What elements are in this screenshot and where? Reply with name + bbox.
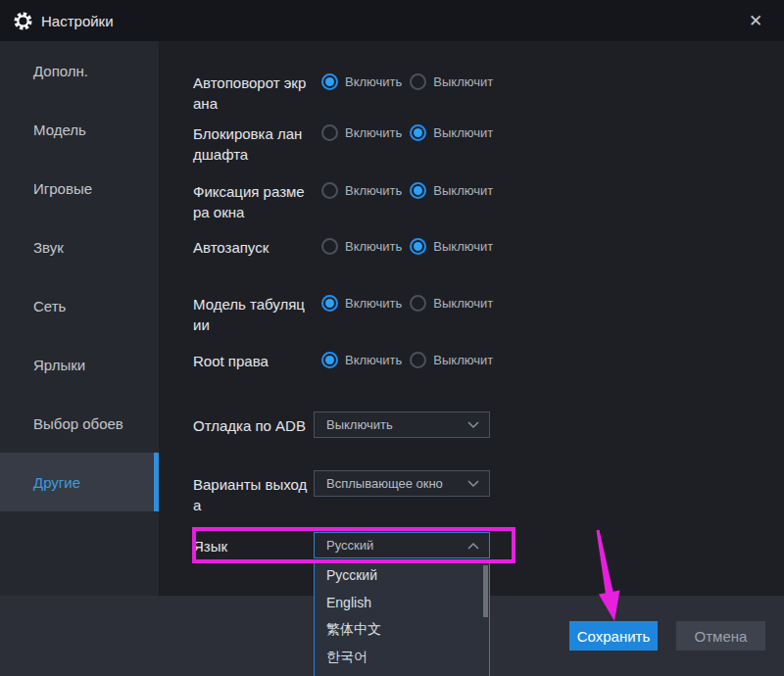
radio-group: Включить Выключит [321, 352, 501, 368]
setting-label: Автоповорот экр ана [193, 72, 321, 114]
radio-option-label: Включить [345, 183, 402, 198]
radio-option-label: Выключит [433, 239, 493, 254]
radio-unselected-icon[interactable] [321, 182, 338, 199]
adb-debug-select[interactable]: Выключить [314, 411, 490, 438]
radio-option-label: Выключит [433, 296, 493, 311]
radio-unselected-icon[interactable] [321, 238, 338, 255]
window-title: Настройки [41, 13, 114, 29]
select-value: Выключить [326, 417, 467, 432]
radio-option-off[interactable]: Выключит [410, 238, 501, 255]
setting-row-tab-model: Модель табуляц ии Включить Выключит [193, 294, 501, 335]
language-option-english[interactable]: English [315, 589, 489, 616]
radio-option-off[interactable]: Выключит [410, 124, 501, 141]
sidebar-item-yarlyki[interactable]: Ярлыки [0, 335, 159, 394]
radio-option-on[interactable]: Включить [321, 182, 410, 199]
settings-window: Настройки ✕ Дополн. Модель Игровые Звук … [0, 0, 784, 676]
setting-label: Язык [193, 536, 314, 556]
settings-content: Автоповорот экр ана Включить Выключит Бл… [159, 41, 784, 596]
radio-option-label: Включить [345, 239, 402, 254]
radio-option-on[interactable]: Включить [321, 352, 410, 368]
radio-selected-icon[interactable] [410, 124, 426, 141]
radio-unselected-icon[interactable] [410, 295, 426, 312]
language-select[interactable]: Русский [314, 532, 490, 558]
setting-label: Блокировка лан дшафта [193, 123, 321, 165]
sidebar-item-label: Звук [33, 239, 64, 256]
setting-row-autostart: Автозапуск Включить Выключит [193, 237, 501, 258]
sidebar-item-label: Модель [33, 121, 86, 138]
chevron-up-icon [467, 542, 479, 550]
radio-group: Включить Выключит [321, 182, 501, 199]
radio-option-label: Включить [345, 353, 402, 367]
setting-row-language: Язык Русский [193, 532, 490, 558]
cancel-button[interactable]: Отмена [676, 621, 765, 651]
close-button[interactable]: ✕ [739, 0, 772, 41]
titlebar: Настройки ✕ [0, 0, 784, 41]
radio-option-label: Выключит [433, 125, 493, 140]
save-button[interactable]: Сохранить [569, 621, 658, 651]
setting-row-exit-options: Варианты выход а Всплывающее окно [193, 470, 490, 515]
sidebar-item-set[interactable]: Сеть [0, 276, 159, 335]
radio-option-label: Выключит [433, 353, 493, 367]
language-dropdown-list: Русский English 繁体中文 한국어 [314, 561, 490, 676]
radio-option-label: Выключит [433, 74, 493, 89]
setting-label: Отладка по ADB [193, 415, 314, 436]
radio-group: Включить Выключит [321, 73, 501, 90]
setting-row-autorotate: Автоповорот экр ана Включить Выключит [193, 72, 501, 114]
radio-option-on[interactable]: Включить [321, 238, 410, 255]
language-option-russian[interactable]: Русский [315, 561, 489, 589]
language-option-traditional-chinese[interactable]: 繁体中文 [315, 616, 489, 644]
radio-selected-icon[interactable] [410, 238, 426, 255]
sidebar-item-drugie[interactable]: Другие [0, 453, 159, 511]
setting-row-adb: Отладка по ADB Выключить [193, 411, 490, 438]
close-icon: ✕ [749, 11, 762, 31]
setting-label: Варианты выход а [193, 474, 314, 515]
sidebar-item-igrovye[interactable]: Игровые [0, 159, 159, 217]
radio-selected-icon[interactable] [321, 295, 338, 312]
radio-option-label: Включить [345, 296, 402, 311]
sidebar-item-label: Ярлыки [33, 357, 85, 373]
sidebar-item-label: Выбор обоев [33, 415, 123, 432]
radio-option-on[interactable]: Включить [321, 124, 410, 141]
setting-label: Автозапуск [193, 237, 321, 258]
setting-row-fix-window-size: Фиксация разме ра окна Включить Выключит [193, 181, 501, 222]
sidebar: Дополн. Модель Игровые Звук Сеть Ярлыки … [0, 41, 159, 596]
setting-row-lock-landscape: Блокировка лан дшафта Включить Выключит [193, 123, 501, 165]
radio-option-on[interactable]: Включить [321, 295, 410, 312]
setting-label: Root права [193, 351, 321, 371]
radio-group: Включить Выключит [321, 295, 501, 312]
language-option-korean[interactable]: 한국어 [315, 644, 489, 671]
setting-label: Модель табуляц ии [193, 294, 321, 335]
radio-unselected-icon[interactable] [321, 124, 338, 141]
radio-option-off[interactable]: Выключит [410, 182, 501, 199]
sidebar-item-dopoln[interactable]: Дополн. [0, 41, 159, 100]
radio-selected-icon[interactable] [321, 352, 338, 368]
setting-label: Фиксация разме ра окна [193, 181, 321, 222]
radio-option-on[interactable]: Включить [321, 73, 410, 90]
radio-option-off[interactable]: Выключит [410, 352, 501, 368]
radio-option-off[interactable]: Выключит [410, 295, 501, 312]
sidebar-item-label: Игровые [33, 180, 92, 197]
select-value: Всплывающее окно [326, 476, 467, 491]
exit-options-select[interactable]: Всплывающее окно [314, 470, 490, 497]
chevron-down-icon [467, 421, 479, 429]
sidebar-item-vybor-oboev[interactable]: Выбор обоев [0, 394, 159, 453]
radio-selected-icon[interactable] [410, 182, 426, 199]
dropdown-scrollbar-thumb[interactable] [483, 565, 488, 617]
radio-unselected-icon[interactable] [410, 352, 426, 368]
sidebar-item-label: Дополн. [33, 63, 88, 79]
chevron-down-icon [467, 480, 479, 488]
radio-group: Включить Выключит [321, 124, 501, 141]
radio-option-off[interactable]: Выключит [410, 73, 501, 90]
radio-selected-icon[interactable] [321, 73, 338, 90]
radio-group: Включить Выключит [321, 238, 501, 255]
sidebar-item-label: Сеть [33, 298, 66, 314]
sidebar-item-model[interactable]: Модель [0, 100, 159, 159]
radio-option-label: Выключит [433, 183, 493, 198]
select-value: Русский [326, 538, 467, 553]
radio-unselected-icon[interactable] [410, 73, 426, 90]
setting-row-root: Root права Включить Выключит [193, 351, 501, 371]
gear-icon [14, 12, 32, 30]
sidebar-item-label: Другие [33, 474, 80, 491]
radio-option-label: Включить [345, 74, 402, 89]
sidebar-item-zvuk[interactable]: Звук [0, 217, 159, 276]
